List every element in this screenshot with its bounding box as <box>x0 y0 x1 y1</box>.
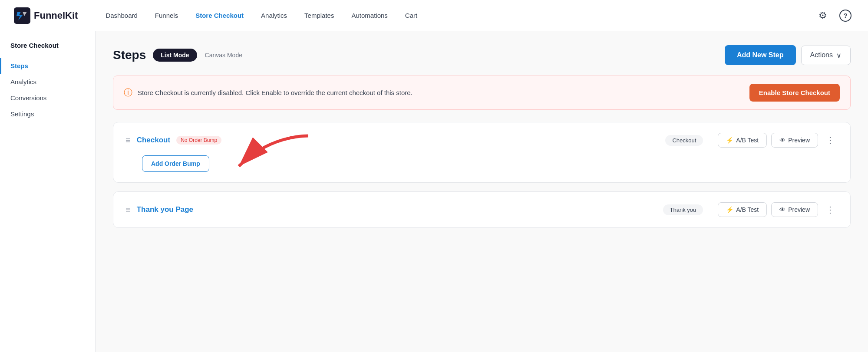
nav-automations[interactable]: Automations <box>344 8 394 23</box>
mode-toggle: List Mode Canvas Mode <box>153 49 250 62</box>
sidebar-item-steps[interactable]: Steps <box>0 58 95 74</box>
steps-header: Steps List Mode Canvas Mode Add New Step… <box>113 45 851 65</box>
add-order-bump-button[interactable]: Add Order Bump <box>142 155 209 172</box>
checkout-ab-test-label: A/B Test <box>736 137 759 144</box>
nav-analytics[interactable]: Analytics <box>254 8 294 23</box>
checkout-more-button[interactable]: ⋮ <box>822 133 838 147</box>
thankyou-ab-test-button[interactable]: ⚡ A/B Test <box>718 202 767 217</box>
checkout-step-link[interactable]: Checkout <box>137 136 170 145</box>
info-icon: ⓘ <box>124 87 132 99</box>
nav-funnels[interactable]: Funnels <box>148 8 185 23</box>
sidebar-item-settings[interactable]: Settings <box>0 106 95 122</box>
list-mode-button[interactable]: List Mode <box>153 49 197 62</box>
sidebar-item-analytics[interactable]: Analytics <box>0 74 95 90</box>
steps-header-left: Steps List Mode Canvas Mode <box>113 48 250 62</box>
enable-store-checkout-button[interactable]: Enable Store Checkout <box>749 84 840 102</box>
alert-left: ⓘ Store Checkout is currently disabled. … <box>124 87 413 99</box>
help-icon: ? <box>839 10 851 22</box>
nav-links: Dashboard Funnels Store Checkout Analyti… <box>99 8 802 23</box>
sidebar-title: Store Checkout <box>0 42 95 58</box>
steps-header-right: Add New Step Actions ∨ <box>725 45 851 65</box>
thankyou-more-button[interactable]: ⋮ <box>822 203 838 217</box>
thankyou-step-card-top: ≡ Thank you Page Thank you ⚡ A/B Test 👁 … <box>125 202 838 217</box>
alert-banner: ⓘ Store Checkout is currently disabled. … <box>113 76 851 110</box>
alert-text: Store Checkout is currently disabled. Cl… <box>138 89 413 96</box>
checkout-step-actions: ⚡ A/B Test 👁 Preview ⋮ <box>718 133 838 148</box>
add-order-bump-row: Add Order Bump <box>125 155 838 172</box>
help-button[interactable]: ? <box>837 7 854 24</box>
thankyou-ab-test-label: A/B Test <box>736 206 759 213</box>
thankyou-eye-icon: 👁 <box>779 206 785 213</box>
thankyou-ab-icon: ⚡ <box>726 206 733 213</box>
thankyou-preview-label: Preview <box>788 206 810 213</box>
checkout-step-card-top: ≡ Checkout No Order Bump Checkout ⚡ <box>125 133 838 148</box>
checkout-ab-test-button[interactable]: ⚡ A/B Test <box>718 133 767 148</box>
thankyou-type-badge: Thank you <box>663 204 703 215</box>
logo-text: FunnelKit <box>34 10 78 21</box>
canvas-mode-button[interactable]: Canvas Mode <box>197 49 250 62</box>
gear-icon: ⚙ <box>818 10 827 21</box>
thankyou-step-actions: ⚡ A/B Test 👁 Preview ⋮ <box>718 202 838 217</box>
eye-icon: 👁 <box>779 137 785 144</box>
settings-button[interactable]: ⚙ <box>816 7 830 24</box>
thankyou-preview-button[interactable]: 👁 Preview <box>771 202 818 217</box>
page-title: Steps <box>113 48 146 62</box>
chevron-down-icon: ∨ <box>836 51 842 59</box>
checkout-step-card: ≡ Checkout No Order Bump Checkout ⚡ <box>113 122 851 183</box>
ab-test-icon: ⚡ <box>726 137 733 144</box>
thankyou-drag-handle-icon[interactable]: ≡ <box>125 205 131 215</box>
add-new-step-button[interactable]: Add New Step <box>725 45 796 65</box>
thankyou-step-link[interactable]: Thank you Page <box>137 205 193 214</box>
checkout-preview-button[interactable]: 👁 Preview <box>771 133 818 148</box>
drag-handle-icon[interactable]: ≡ <box>125 135 131 145</box>
actions-label: Actions <box>810 51 833 59</box>
sidebar-item-conversions[interactable]: Conversions <box>0 90 95 106</box>
checkout-preview-label: Preview <box>788 137 810 144</box>
page-layout: Store Checkout Steps Analytics Conversio… <box>0 31 868 352</box>
sidebar-nav: Steps Analytics Conversions Settings <box>0 58 95 122</box>
no-order-bump-badge: No Order Bump <box>176 136 221 145</box>
sidebar: Store Checkout Steps Analytics Conversio… <box>0 31 96 352</box>
logo[interactable]: FunnelKit <box>14 7 78 24</box>
thankyou-step-card: ≡ Thank you Page Thank you ⚡ A/B Test 👁 … <box>113 191 851 228</box>
checkout-type-badge: Checkout <box>665 135 703 146</box>
nav-store-checkout[interactable]: Store Checkout <box>188 8 251 23</box>
nav-templates[interactable]: Templates <box>297 8 341 23</box>
nav-action-icons: ⚙ ? <box>816 7 854 24</box>
top-navigation: FunnelKit Dashboard Funnels Store Checko… <box>0 0 868 31</box>
nav-dashboard[interactable]: Dashboard <box>99 8 144 23</box>
main-content: Steps List Mode Canvas Mode Add New Step… <box>96 31 868 352</box>
actions-button[interactable]: Actions ∨ <box>801 46 851 65</box>
nav-cart[interactable]: Cart <box>398 8 424 23</box>
